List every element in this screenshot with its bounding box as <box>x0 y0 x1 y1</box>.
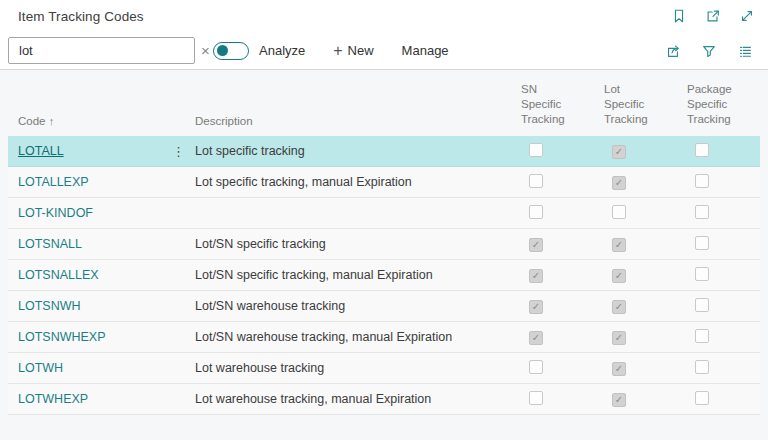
lot-cell: ✓ <box>594 144 677 159</box>
sn-checkbox <box>529 391 543 405</box>
column-header-package-specific[interactable]: Package Specific Tracking <box>677 82 760 127</box>
package-checkbox <box>695 143 709 157</box>
column-header-code[interactable]: Code ↑ <box>8 115 172 127</box>
column-header-sn-specific[interactable]: SN Specific Tracking <box>511 82 594 127</box>
lot-cell: ✓ <box>594 392 677 407</box>
sn-checkbox <box>529 174 543 188</box>
share-icon[interactable] <box>664 42 682 60</box>
table-row[interactable]: LOTSNWHLot/SN warehouse tracking✓✓ <box>8 291 760 322</box>
sort-ascending-icon: ↑ <box>49 115 55 127</box>
sn-cell: ✓ <box>511 268 594 283</box>
sn-checkbox: ✓ <box>529 331 543 345</box>
package-checkbox <box>695 236 709 250</box>
row-code-link[interactable]: LOTALLEXP <box>18 175 89 189</box>
lot-cell: ✓ <box>594 268 677 283</box>
table-row[interactable]: LOTWHLot warehouse tracking✓ <box>8 353 760 384</box>
row-menu-cell: ⋮ <box>172 144 195 159</box>
description-cell: Lot specific tracking <box>195 144 511 158</box>
row-code-link[interactable]: LOTALL <box>18 144 64 158</box>
package-cell <box>677 267 760 284</box>
list-view-icon[interactable] <box>736 42 754 60</box>
description-cell: Lot/SN warehouse tracking <box>195 299 511 313</box>
sn-cell <box>511 391 594 408</box>
table-row[interactable]: LOT-KINDOF <box>8 198 760 229</box>
lot-checkbox: ✓ <box>612 331 626 345</box>
analyze-toggle[interactable] <box>213 42 249 60</box>
column-header-description[interactable]: Description <box>195 115 511 127</box>
row-code-link[interactable]: LOTSNALL <box>18 237 82 251</box>
row-code-link[interactable]: LOTWH <box>18 361 63 375</box>
lot-cell: ✓ <box>594 299 677 314</box>
row-code-link[interactable]: LOTSNWH <box>18 299 81 313</box>
description-cell: Lot/SN specific tracking, manual Expirat… <box>195 268 511 282</box>
package-checkbox <box>695 267 709 281</box>
package-cell <box>677 205 760 222</box>
code-cell: LOTALL <box>8 144 172 158</box>
package-cell <box>677 143 760 160</box>
expand-icon[interactable] <box>738 7 756 25</box>
lot-checkbox: ✓ <box>612 238 626 252</box>
lot-checkbox <box>612 205 626 219</box>
lot-checkbox: ✓ <box>612 393 626 407</box>
table-row[interactable]: LOTWHEXPLot warehouse tracking, manual E… <box>8 384 760 415</box>
table-row[interactable]: LOTSNWHEXPLot/SN warehouse tracking, man… <box>8 322 760 353</box>
bookmark-icon[interactable] <box>670 7 688 25</box>
open-in-new-window-icon[interactable] <box>704 7 722 25</box>
table-row[interactable]: LOTSNALLLot/SN specific tracking✓✓ <box>8 229 760 260</box>
sn-cell <box>511 205 594 222</box>
table-body: LOTALL⋮Lot specific tracking✓LOTALLEXPLo… <box>0 136 768 415</box>
toolbar-right-icons <box>664 42 754 60</box>
row-code-link[interactable]: LOT-KINDOF <box>18 206 93 220</box>
lot-checkbox: ✓ <box>612 362 626 376</box>
package-checkbox <box>695 329 709 343</box>
item-tracking-codes-page: Item Tracking Codes × Analyze + New Man <box>0 0 768 440</box>
action-toolbar: × Analyze + New Manage <box>0 32 768 70</box>
sn-checkbox: ✓ <box>529 269 543 283</box>
lot-cell: ✓ <box>594 361 677 376</box>
sn-cell: ✓ <box>511 299 594 314</box>
code-cell: LOTSNALL <box>8 237 172 251</box>
clear-search-icon[interactable]: × <box>199 43 212 58</box>
package-checkbox <box>695 360 709 374</box>
sn-checkbox: ✓ <box>529 300 543 314</box>
row-context-menu-icon[interactable]: ⋮ <box>172 144 185 159</box>
package-checkbox <box>695 174 709 188</box>
code-cell: LOTSNWHEXP <box>8 330 172 344</box>
lot-checkbox: ✓ <box>612 145 626 159</box>
row-code-link[interactable]: LOTSNALLEX <box>18 268 99 282</box>
lot-checkbox: ✓ <box>612 176 626 190</box>
new-button[interactable]: + New <box>333 43 373 59</box>
filter-icon[interactable] <box>700 42 718 60</box>
sn-checkbox <box>529 143 543 157</box>
table-row[interactable]: LOTALLEXPLot specific tracking, manual E… <box>8 167 760 198</box>
table-row[interactable]: LOTSNALLEXLot/SN specific tracking, manu… <box>8 260 760 291</box>
code-cell: LOTWHEXP <box>8 392 172 406</box>
package-cell <box>677 174 760 191</box>
grid-header: Code ↑ Description SN Specific Tracking … <box>0 70 768 136</box>
manage-button-label: Manage <box>402 43 449 58</box>
description-cell: Lot/SN specific tracking <box>195 237 511 251</box>
description-cell: Lot warehouse tracking, manual Expiratio… <box>195 392 511 406</box>
lot-cell <box>594 205 677 222</box>
package-cell <box>677 236 760 253</box>
code-cell: LOTSNWH <box>8 299 172 313</box>
manage-button[interactable]: Manage <box>402 43 449 58</box>
lot-cell: ✓ <box>594 237 677 252</box>
toggle-knob <box>217 45 228 56</box>
caption-bar-icons <box>670 7 756 25</box>
column-header-lot-specific[interactable]: Lot Specific Tracking <box>594 82 677 127</box>
sn-cell: ✓ <box>511 237 594 252</box>
page-title: Item Tracking Codes <box>18 9 144 24</box>
package-cell <box>677 329 760 346</box>
table-row[interactable]: LOTALL⋮Lot specific tracking✓ <box>8 136 760 167</box>
code-cell: LOTSNALLEX <box>8 268 172 282</box>
package-checkbox <box>695 298 709 312</box>
lot-checkbox: ✓ <box>612 269 626 283</box>
row-code-link[interactable]: LOTWHEXP <box>18 392 88 406</box>
search-input[interactable] <box>15 43 199 58</box>
package-checkbox <box>695 391 709 405</box>
package-cell <box>677 360 760 377</box>
row-code-link[interactable]: LOTSNWHEXP <box>18 330 106 344</box>
analyze-label[interactable]: Analyze <box>259 43 305 58</box>
search-box: × <box>8 37 195 64</box>
